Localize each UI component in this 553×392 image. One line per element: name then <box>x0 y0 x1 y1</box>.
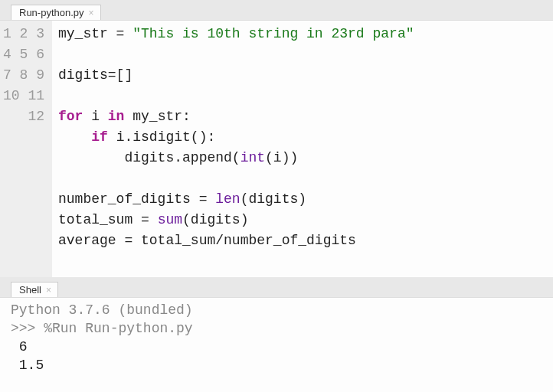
close-icon[interactable]: × <box>89 8 94 18</box>
editor-tab-label: Run-python.py <box>19 7 84 18</box>
editor-tab-bar: Run-python.py × <box>0 0 553 20</box>
shell-banner: Python 3.7.6 (bundled) <box>11 302 193 318</box>
shell-command: %Run Run-python.py <box>44 321 192 336</box>
code-line: if i.isdigit(): <box>58 129 215 145</box>
code-editor[interactable]: 1 2 3 4 5 6 7 8 9 10 11 12 my_str = "Thi… <box>0 20 553 277</box>
close-icon[interactable]: × <box>46 286 51 295</box>
code-line <box>58 253 67 269</box>
code-line <box>58 88 67 103</box>
shell-prompt: >>> <box>11 321 44 336</box>
code-area[interactable]: my_str = "This is 10th string in 23rd pa… <box>52 21 414 277</box>
code-line: for i in my_str: <box>58 109 191 124</box>
shell-tab[interactable]: Shell × <box>11 282 58 297</box>
code-line: number_of_digits = len(digits) <box>58 191 306 207</box>
code-line: total_sum = sum(digits) <box>58 212 248 227</box>
shell-tab-label: Shell <box>19 284 41 296</box>
code-line: my_str = "This is 10th string in 23rd pa… <box>58 26 414 41</box>
code-line <box>58 171 67 186</box>
shell-result: 6 <box>11 339 28 354</box>
code-line: average = total_sum/number_of_digits <box>58 233 356 248</box>
shell-panel: Shell × Python 3.7.6 (bundled) >>> %Run … <box>0 277 553 392</box>
code-line: digits=[] <box>58 67 133 83</box>
editor-tab[interactable]: Run-python.py × <box>11 5 101 20</box>
shell-result: 1.5 <box>11 358 44 373</box>
shell-output[interactable]: Python 3.7.6 (bundled) >>> %Run Run-pyth… <box>0 297 553 392</box>
editor-panel: Run-python.py × 1 2 3 4 5 6 7 8 9 10 11 … <box>0 0 553 277</box>
code-line <box>58 47 67 62</box>
shell-tab-bar: Shell × <box>0 277 553 297</box>
line-gutter: 1 2 3 4 5 6 7 8 9 10 11 12 <box>0 21 52 277</box>
code-line: digits.append(int(i)) <box>58 150 298 165</box>
